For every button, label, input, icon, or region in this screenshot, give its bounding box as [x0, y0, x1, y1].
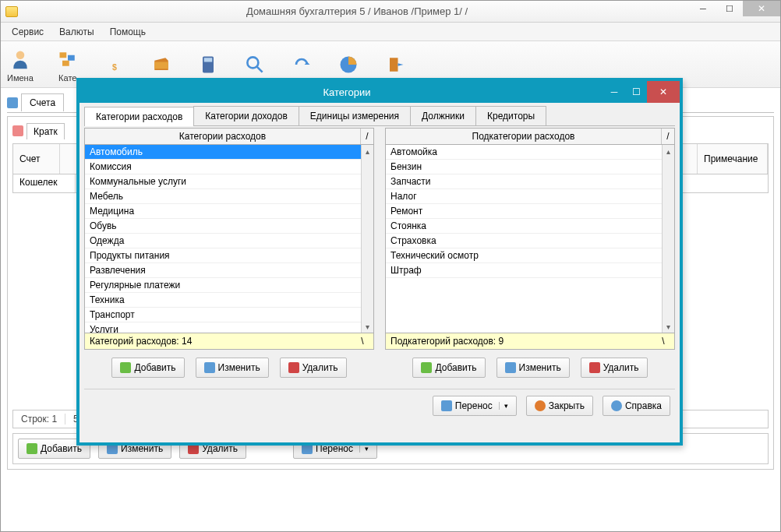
dialog-help-button[interactable]: Справка: [603, 396, 670, 416]
sort-indicator[interactable]: /: [361, 129, 373, 144]
categories-buttons: Добавить Изменить Удалить: [84, 358, 374, 378]
categories-dialog: Категории ─ ☐ ✕ Категории расходов Катег…: [76, 78, 683, 446]
close-button[interactable]: [743, 1, 780, 16]
list-item[interactable]: Автомобиль: [85, 145, 361, 160]
help-label: Справка: [625, 400, 662, 411]
toolbar-calc[interactable]: [196, 52, 221, 77]
list-item[interactable]: Техника: [85, 293, 361, 308]
list-item[interactable]: Налог: [386, 189, 662, 204]
window-controls: [690, 1, 780, 22]
subcategories-list[interactable]: ▴▾ АвтомойкаБензинЗапчастиНалогРемонтСто…: [385, 145, 675, 333]
tab-accounts[interactable]: Счета: [21, 93, 64, 111]
calculator-icon: [196, 52, 221, 77]
folder-icon: [5, 6, 18, 17]
menu-service[interactable]: Сервис: [5, 24, 50, 40]
tab-income-categories[interactable]: Категории доходов: [193, 106, 299, 125]
list-item[interactable]: Бензин: [386, 160, 662, 174]
list-item[interactable]: Комиссия: [85, 160, 361, 174]
dialog-window-controls: ─ ☐ ✕: [603, 81, 680, 103]
list-item[interactable]: Мебель: [85, 189, 361, 204]
subcategory-edit-button[interactable]: Изменить: [497, 358, 570, 378]
scroll-up-icon[interactable]: ▴: [663, 145, 674, 157]
subcategories-buttons: Добавить Изменить Удалить: [385, 358, 675, 378]
svg-marker-13: [398, 63, 403, 66]
maximize-button[interactable]: [716, 1, 743, 16]
scroll-down-icon[interactable]: ▾: [663, 320, 674, 333]
list-item[interactable]: Услуги: [85, 322, 361, 333]
scrollbar[interactable]: ▴▾: [361, 145, 373, 333]
edit-icon: [505, 362, 516, 373]
categories-list-header: Категории расходов /: [84, 128, 374, 145]
list-item[interactable]: Технический осмотр: [386, 248, 662, 263]
sort-indicator[interactable]: /: [662, 129, 674, 144]
list-item[interactable]: Штраф: [386, 263, 662, 278]
categories-list[interactable]: ▴▾ АвтомобильКомиссияКоммунальные услуги…: [84, 145, 374, 333]
scroll-down-icon[interactable]: ▾: [362, 320, 373, 333]
list-item[interactable]: Ремонт: [386, 204, 662, 219]
list-item[interactable]: Автомойка: [386, 145, 662, 160]
list-item[interactable]: Транспорт: [85, 308, 361, 322]
add-label: Добавить: [134, 362, 175, 373]
toolbar-search[interactable]: [242, 52, 267, 77]
toolbar-chart[interactable]: [336, 52, 361, 77]
menu-currencies[interactable]: Валюты: [53, 24, 101, 40]
svg-rect-2: [68, 55, 75, 60]
list-item[interactable]: Одежда: [85, 234, 361, 248]
svg-rect-1: [59, 52, 66, 58]
tab-icon: [7, 97, 18, 108]
cell-account: Кошелек: [13, 174, 76, 192]
menu-help[interactable]: Помощь: [104, 24, 152, 40]
list-item[interactable]: Регулярные платежи: [85, 278, 361, 293]
add-label: Добавить: [435, 362, 476, 373]
menubar: Сервис Валюты Помощь: [1, 23, 780, 41]
categories-footer: Категорий расходов: 14 \: [84, 333, 374, 350]
svg-text:$: $: [112, 62, 117, 72]
subcategory-delete-button[interactable]: Удалить: [581, 358, 648, 378]
exit-icon: [383, 52, 408, 77]
list-item[interactable]: Стоянка: [386, 219, 662, 234]
toolbar-names[interactable]: Имена: [7, 47, 34, 83]
dialog-minimize-button[interactable]: ─: [603, 81, 625, 103]
dialog-titlebar: Категории ─ ☐ ✕: [80, 81, 680, 103]
sort-indicator[interactable]: \: [657, 336, 670, 347]
scrollbar[interactable]: ▴▾: [662, 145, 674, 333]
chart-icon: [336, 52, 361, 77]
dialog-close-button[interactable]: ✕: [647, 81, 680, 103]
delete-icon: [288, 362, 299, 373]
list-item[interactable]: Страховка: [386, 234, 662, 248]
category-edit-button[interactable]: Изменить: [196, 358, 269, 378]
list-item[interactable]: Продукты питания: [85, 248, 361, 263]
tab-debtors[interactable]: Должники: [410, 106, 476, 125]
toolbar-names-label: Имена: [7, 73, 34, 83]
minimize-button[interactable]: [690, 1, 716, 16]
toolbar-wallet[interactable]: [149, 52, 174, 77]
tab-creditors[interactable]: Кредиторы: [475, 106, 546, 125]
dialog-maximize-button[interactable]: ☐: [625, 81, 647, 103]
dialog-move-button[interactable]: Перенос▾: [433, 396, 517, 416]
wallet-icon: [149, 52, 174, 77]
subcategories-list-header: Подкатегории расходов /: [385, 128, 675, 145]
svg-marker-10: [304, 62, 309, 65]
category-add-button[interactable]: Добавить: [111, 358, 184, 378]
dialog-close-action-button[interactable]: Закрыть: [526, 396, 593, 416]
tab-expense-categories[interactable]: Категории расходов: [84, 107, 194, 126]
toolbar-categories[interactable]: Кате: [55, 47, 80, 83]
scroll-up-icon[interactable]: ▴: [362, 145, 373, 157]
toolbar-door[interactable]: [383, 52, 408, 77]
tab-units[interactable]: Единицы измерения: [299, 106, 411, 125]
summary-rows: Строк: 1: [13, 414, 65, 425]
list-item[interactable]: Коммунальные услуги: [85, 174, 361, 189]
grid-h-account: Счет: [13, 144, 60, 174]
edit-label: Изменить: [218, 362, 260, 373]
list-item[interactable]: Развлечения: [85, 263, 361, 278]
sort-indicator[interactable]: \: [356, 336, 369, 347]
subcategory-add-button[interactable]: Добавить: [412, 358, 485, 378]
tab-brief[interactable]: Кратк: [27, 123, 65, 139]
list-item[interactable]: Медицина: [85, 204, 361, 219]
toolbar-money[interactable]: $: [102, 52, 127, 77]
list-item[interactable]: Обувь: [85, 219, 361, 234]
add-icon: [27, 443, 37, 454]
toolbar-sync[interactable]: [289, 52, 314, 77]
category-delete-button[interactable]: Удалить: [280, 358, 347, 378]
list-item[interactable]: Запчасти: [386, 174, 662, 189]
